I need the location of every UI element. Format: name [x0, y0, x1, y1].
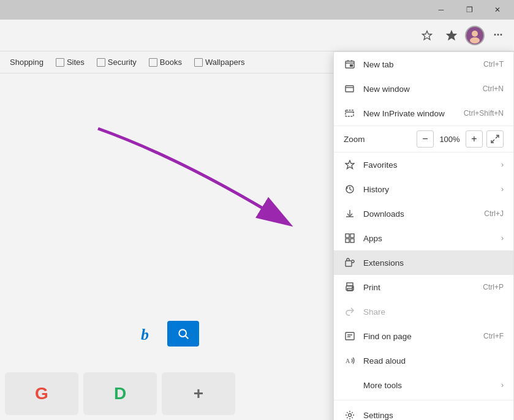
print-label: Print [363, 283, 475, 292]
more-tools-label: More tools [363, 381, 494, 390]
menu-favorites[interactable]: Favorites › [334, 152, 513, 177]
fav-books[interactable]: Books [144, 55, 187, 69]
menu-divider-1 [334, 400, 513, 400]
svg-marker-15 [346, 160, 354, 169]
favorites-icon [344, 160, 356, 170]
fav-sites-label: Sites [67, 58, 85, 67]
fav-books-label: Books [160, 58, 182, 67]
fav-shopping[interactable]: Shopping [5, 55, 48, 69]
close-button[interactable]: ✕ [483, 0, 512, 20]
favorites-icon-button[interactable] [416, 24, 438, 47]
thumb-add[interactable]: + [162, 372, 235, 415]
menu-share[interactable]: Share [334, 299, 513, 324]
svg-rect-17 [346, 234, 349, 238]
svg-rect-20 [350, 239, 354, 242]
more-menu-button[interactable]: ··· [487, 24, 509, 47]
fav-shopping-label: Shopping [10, 58, 43, 67]
browser-bar: ··· [0, 20, 514, 51]
downloads-shortcut: Ctrl+J [484, 209, 504, 218]
svg-point-7 [179, 329, 186, 337]
thumbnail-row: G D + [0, 367, 240, 420]
history-label: History [363, 185, 494, 194]
minimize-button[interactable]: ─ [427, 0, 455, 20]
zoom-minus-button[interactable]: − [417, 130, 434, 148]
zoom-label: Zoom [344, 135, 417, 144]
svg-point-25 [352, 287, 353, 288]
favorites-chevron: › [501, 160, 504, 169]
apps-icon [344, 233, 356, 243]
browser-layout: b G D + [0, 73, 514, 420]
zoom-plus-button[interactable]: + [466, 130, 483, 148]
svg-marker-1 [447, 31, 456, 39]
fav-security-label: Security [108, 58, 137, 67]
menu-extensions[interactable]: Extensions [334, 250, 513, 275]
menu-new-window[interactable]: New window Ctrl+N [334, 77, 513, 101]
new-window-shortcut: Ctrl+N [483, 84, 504, 93]
zoom-expand-button[interactable] [486, 130, 504, 148]
svg-marker-0 [423, 31, 432, 39]
share-icon [344, 307, 356, 317]
menu-history[interactable]: History › [334, 177, 513, 201]
new-window-label: New window [363, 84, 475, 94]
read-aloud-icon: A [344, 356, 356, 366]
svg-rect-12 [346, 110, 353, 116]
svg-rect-10 [350, 64, 353, 67]
menu-downloads[interactable]: Downloads Ctrl+J [334, 201, 513, 226]
new-tab-icon [344, 59, 356, 69]
zoom-row: Zoom − 100% + [334, 126, 513, 152]
thumb-g[interactable]: G [5, 372, 78, 415]
menu-inprivate[interactable]: New InPrivate window Ctrl+Shift+N [334, 101, 513, 126]
find-icon [344, 331, 356, 341]
apps-chevron: › [501, 234, 504, 242]
menu-print[interactable]: Print Ctrl+P [334, 275, 513, 299]
extensions-label: Extensions [363, 258, 504, 268]
menu-find-on-page[interactable]: Find on page Ctrl+F [334, 324, 513, 348]
settings-icon [344, 410, 356, 420]
svg-rect-11 [346, 86, 353, 92]
downloads-icon [344, 209, 356, 219]
inprivate-label: New InPrivate window [363, 109, 456, 118]
fav-sites-icon [56, 58, 64, 67]
zoom-controls: − 100% + [417, 130, 504, 148]
collections-button[interactable] [440, 24, 463, 47]
svg-line-14 [491, 140, 494, 143]
more-tools-chevron: › [501, 381, 504, 389]
main-content: b G D + [0, 73, 336, 420]
history-icon [344, 184, 356, 194]
find-label: Find on page [363, 332, 476, 341]
bing-logo: b [137, 321, 162, 347]
find-shortcut: Ctrl+F [483, 332, 504, 340]
menu-more-tools[interactable]: More tools › [334, 373, 513, 397]
new-tab-label: New tab [363, 60, 476, 69]
new-tab-shortcut: Ctrl+T [483, 60, 504, 69]
new-window-icon [344, 84, 356, 94]
svg-rect-19 [346, 239, 349, 242]
svg-rect-22 [347, 283, 353, 286]
maximize-button[interactable]: ❐ [455, 0, 483, 20]
svg-rect-21 [346, 261, 352, 266]
thumb-d[interactable]: D [83, 372, 157, 415]
fav-sites[interactable]: Sites [51, 55, 89, 69]
menu-new-tab[interactable]: New tab Ctrl+T [334, 52, 513, 77]
fav-wallpapers[interactable]: Wallpapers [189, 55, 250, 69]
svg-rect-18 [350, 234, 354, 238]
search-area: b [137, 321, 199, 347]
print-shortcut: Ctrl+P [483, 283, 504, 291]
menu-settings[interactable]: Settings [334, 403, 513, 420]
title-bar: ─ ❐ ✕ [0, 0, 514, 20]
fav-security[interactable]: Security [92, 55, 142, 69]
arrow-annotation [61, 110, 336, 263]
downloads-label: Downloads [363, 209, 477, 219]
svg-rect-26 [346, 332, 354, 340]
read-aloud-label: Read aloud [363, 356, 504, 366]
svg-point-28 [349, 414, 352, 417]
menu-read-aloud[interactable]: A Read aloud [334, 348, 513, 373]
svg-point-3 [472, 31, 478, 37]
menu-apps[interactable]: Apps › [334, 226, 513, 250]
search-button[interactable] [167, 321, 199, 347]
svg-point-4 [470, 37, 480, 43]
extensions-icon [344, 258, 356, 268]
fav-books-icon [149, 58, 157, 67]
inprivate-icon [344, 108, 356, 118]
profile-button[interactable] [465, 26, 485, 45]
